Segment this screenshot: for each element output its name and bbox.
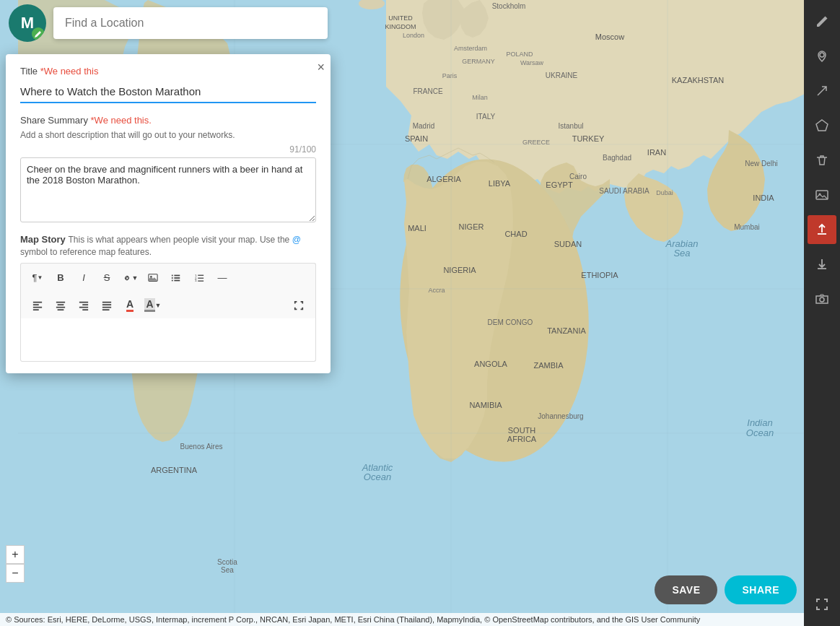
char-count: 91/100 bbox=[289, 144, 316, 155]
action-buttons: SAVE SHARE bbox=[655, 575, 797, 604]
svg-text:TURKEY: TURKEY bbox=[572, 134, 605, 143]
svg-rect-85 bbox=[56, 301, 65, 303]
svg-text:Ocean: Ocean bbox=[364, 471, 391, 482]
zoom-out-button[interactable]: − bbox=[6, 564, 25, 583]
link-button[interactable]: ▼ bbox=[119, 268, 141, 288]
share-button[interactable]: SHARE bbox=[725, 575, 797, 604]
pentagon-button[interactable] bbox=[808, 111, 836, 140]
story-editor[interactable] bbox=[20, 318, 316, 362]
svg-text:Milan: Milan bbox=[472, 94, 488, 101]
svg-text:NIGERIA: NIGERIA bbox=[443, 266, 476, 274]
svg-text:TANZANIA: TANZANIA bbox=[547, 326, 586, 335]
panel-content: Title *We need this Share Summary *We ne… bbox=[6, 54, 331, 373]
svg-text:DEM CONGO: DEM CONGO bbox=[488, 318, 533, 326]
fullscreen-button[interactable] bbox=[808, 590, 836, 619]
svg-text:Ocean: Ocean bbox=[746, 427, 774, 438]
justify-button[interactable] bbox=[96, 295, 118, 316]
camera-button[interactable] bbox=[808, 284, 836, 313]
svg-text:Baghdad: Baghdad bbox=[603, 154, 631, 162]
save-button[interactable]: SAVE bbox=[655, 575, 717, 604]
top-bar: M bbox=[0, 0, 804, 46]
svg-text:GERMANY: GERMANY bbox=[462, 58, 495, 65]
svg-text:GREECE: GREECE bbox=[522, 139, 550, 146]
svg-text:Accra: Accra bbox=[428, 287, 445, 294]
svg-text:FRANCE: FRANCE bbox=[413, 87, 442, 95]
svg-text:SPAIN: SPAIN bbox=[405, 134, 428, 143]
zoom-controls: + − bbox=[6, 545, 25, 583]
svg-rect-80 bbox=[198, 280, 204, 281]
upload-button[interactable] bbox=[808, 215, 836, 244]
fullscreen-toolbar-button[interactable] bbox=[288, 295, 310, 316]
summary-textarea[interactable]: Cheer on the brave and magnificent runne… bbox=[20, 157, 316, 222]
font-color-button[interactable]: A bbox=[119, 295, 141, 316]
svg-point-101 bbox=[820, 297, 824, 302]
svg-text:ARGENTINA: ARGENTINA bbox=[151, 466, 198, 474]
svg-text:LIBYA: LIBYA bbox=[489, 179, 511, 188]
align-right-button[interactable] bbox=[73, 295, 95, 316]
svg-rect-73 bbox=[172, 279, 173, 281]
svg-rect-72 bbox=[174, 277, 180, 279]
svg-text:Sea: Sea bbox=[221, 566, 234, 574]
arrow-button[interactable] bbox=[808, 77, 836, 105]
image-tool-button[interactable] bbox=[808, 181, 836, 209]
ordered-list-button[interactable]: 1.2.3. bbox=[188, 268, 210, 288]
svg-text:AFRICA: AFRICA bbox=[507, 435, 537, 443]
svg-text:Paris: Paris bbox=[442, 72, 458, 79]
svg-marker-98 bbox=[816, 120, 828, 131]
bullet-list-button[interactable] bbox=[165, 268, 187, 288]
svg-rect-88 bbox=[58, 309, 64, 310]
close-button[interactable]: × bbox=[317, 60, 325, 75]
svg-text:NAMIBIA: NAMIBIA bbox=[469, 401, 502, 409]
align-center-button[interactable] bbox=[50, 295, 71, 316]
zoom-in-button[interactable]: + bbox=[6, 545, 25, 564]
svg-rect-86 bbox=[58, 304, 64, 305]
map-story-label: Map Story This is what appears when peop… bbox=[20, 234, 316, 258]
svg-text:ITALY: ITALY bbox=[476, 113, 496, 121]
delete-button[interactable] bbox=[808, 146, 836, 175]
svg-rect-81 bbox=[33, 301, 42, 303]
svg-text:Warsaw: Warsaw bbox=[520, 59, 544, 66]
edit-panel: × Title *We need this Share Summary *We … bbox=[6, 54, 331, 373]
svg-text:Cairo: Cairo bbox=[569, 173, 587, 181]
strikethrough-button[interactable]: S bbox=[96, 268, 118, 288]
svg-text:MALI: MALI bbox=[408, 224, 426, 232]
divider-button[interactable]: — bbox=[211, 268, 233, 288]
svg-text:ZAMBIA: ZAMBIA bbox=[534, 361, 564, 370]
avatar-letter: M bbox=[21, 14, 34, 32]
svg-text:NIGER: NIGER bbox=[459, 222, 484, 231]
attribution-bar: © Sources: Esri, HERE, DeLorme, USGS, In… bbox=[0, 613, 804, 626]
bold-button[interactable]: B bbox=[50, 268, 71, 288]
italic-button[interactable]: I bbox=[73, 268, 95, 288]
svg-text:Indian: Indian bbox=[747, 417, 772, 428]
svg-text:SUDAN: SUDAN bbox=[554, 240, 582, 248]
edit-tool-button[interactable] bbox=[808, 7, 836, 36]
story-toolbar: ¶▼ B I S ▼ 1.2.3. — bbox=[20, 263, 316, 292]
svg-text:ANGOLA: ANGOLA bbox=[474, 360, 508, 368]
svg-text:EGYPT: EGYPT bbox=[546, 181, 573, 189]
avatar[interactable]: M bbox=[9, 4, 46, 42]
svg-point-97 bbox=[820, 53, 824, 57]
download-button[interactable] bbox=[808, 250, 836, 279]
location-pin-button[interactable] bbox=[808, 42, 836, 71]
svg-rect-71 bbox=[172, 277, 173, 279]
font-highlight-button[interactable]: A▼ bbox=[142, 295, 164, 316]
title-input[interactable] bbox=[20, 81, 316, 103]
location-search-input[interactable] bbox=[53, 7, 328, 39]
svg-rect-96 bbox=[102, 309, 110, 310]
map-story-section: Map Story This is what appears when peop… bbox=[20, 234, 316, 362]
toolbar-row2: A A▼ bbox=[20, 292, 316, 318]
svg-text:Scotia: Scotia bbox=[217, 558, 237, 566]
svg-text:KAZAKHSTAN: KAZAKHSTAN bbox=[672, 76, 725, 84]
paragraph-button[interactable]: ¶▼ bbox=[27, 268, 48, 288]
svg-text:Istanbul: Istanbul bbox=[558, 122, 583, 130]
svg-rect-82 bbox=[33, 304, 39, 305]
right-sidebar bbox=[804, 0, 840, 626]
svg-text:IRAN: IRAN bbox=[647, 148, 666, 157]
svg-rect-89 bbox=[79, 301, 88, 303]
align-left-button[interactable] bbox=[27, 295, 48, 316]
image-button[interactable] bbox=[142, 268, 164, 288]
svg-text:New Delhi: New Delhi bbox=[745, 160, 778, 168]
svg-rect-90 bbox=[82, 304, 88, 305]
svg-text:SAUDI ARABIA: SAUDI ARABIA bbox=[599, 187, 649, 195]
svg-text:Dubai: Dubai bbox=[656, 189, 673, 196]
